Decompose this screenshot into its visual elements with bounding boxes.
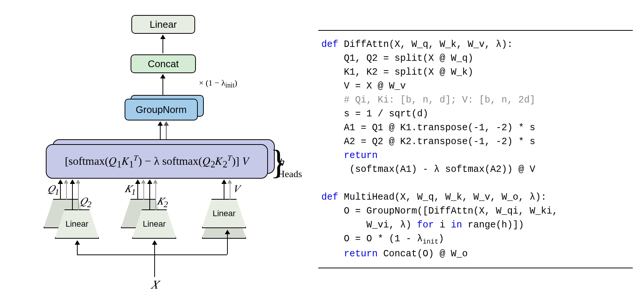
q1-label: 𝑄1 bbox=[47, 183, 59, 197]
arrow-head-icon bbox=[135, 179, 140, 184]
linear-output-block: Linear bbox=[131, 15, 195, 34]
arrow-head-icon bbox=[147, 179, 152, 184]
arrow-head-icon bbox=[153, 179, 158, 184]
arrow bbox=[143, 183, 144, 200]
arrow bbox=[137, 183, 138, 200]
arrow-head-icon bbox=[76, 179, 80, 184]
arrow bbox=[72, 183, 73, 210]
k1-label: 𝐾1 bbox=[125, 183, 136, 197]
hbus bbox=[77, 254, 227, 255]
arrow bbox=[163, 38, 163, 53]
code-block: def DiffAttn(X, W_q, W_k, W_v, λ): Q1, Q… bbox=[318, 30, 633, 268]
arrow bbox=[230, 183, 230, 200]
q2-label: 𝑄2 bbox=[80, 195, 92, 209]
x-input-label: 𝑋 bbox=[151, 278, 158, 292]
arrow bbox=[77, 244, 78, 254]
arrow-head-icon bbox=[70, 179, 75, 184]
linear-trap: Linear bbox=[202, 199, 246, 228]
arrow-head-icon bbox=[221, 179, 227, 184]
groupnorm-block: GroupNorm bbox=[125, 99, 198, 120]
arrow-head-icon bbox=[64, 179, 68, 184]
arrow-head-icon bbox=[164, 121, 169, 126]
arrow bbox=[60, 183, 61, 200]
heads-annotation: ℎ Heads bbox=[278, 157, 302, 180]
v-label: 𝑉 bbox=[233, 183, 239, 195]
arrow bbox=[66, 183, 67, 200]
arrow-head-icon bbox=[158, 121, 163, 126]
arrow bbox=[224, 183, 224, 200]
arrow-head-icon bbox=[227, 179, 232, 184]
arrow-head-icon bbox=[160, 35, 166, 39]
arrow-head-icon bbox=[225, 230, 230, 234]
arrow bbox=[154, 244, 155, 254]
arrow bbox=[78, 183, 79, 210]
arrow-head-icon bbox=[58, 179, 63, 184]
arrow-head-icon bbox=[141, 179, 146, 184]
architecture-diagram: Linear Concat × (1 − λinit) GroupNorm [s… bbox=[23, 11, 292, 289]
arrow bbox=[155, 183, 156, 210]
k2-label: 𝐾2 bbox=[157, 195, 168, 209]
arrow-head-icon bbox=[160, 74, 166, 78]
pseudocode-panel: def DiffAttn(X, W_q, W_k, W_v, λ): Q1, Q… bbox=[318, 11, 633, 290]
arrow bbox=[154, 254, 155, 277]
arrow bbox=[149, 183, 150, 210]
arrow-head-icon bbox=[75, 240, 80, 245]
arrow-head-icon bbox=[152, 240, 157, 245]
scale-annotation: × (1 − λinit) bbox=[199, 78, 237, 89]
concat-block: Concat bbox=[131, 54, 196, 73]
diff-attention-block: [softmax(𝑄1𝐾1𝑇) − λ softmax(𝑄2𝐾2𝑇)] 𝑉 bbox=[46, 144, 268, 179]
arrow bbox=[227, 233, 228, 254]
